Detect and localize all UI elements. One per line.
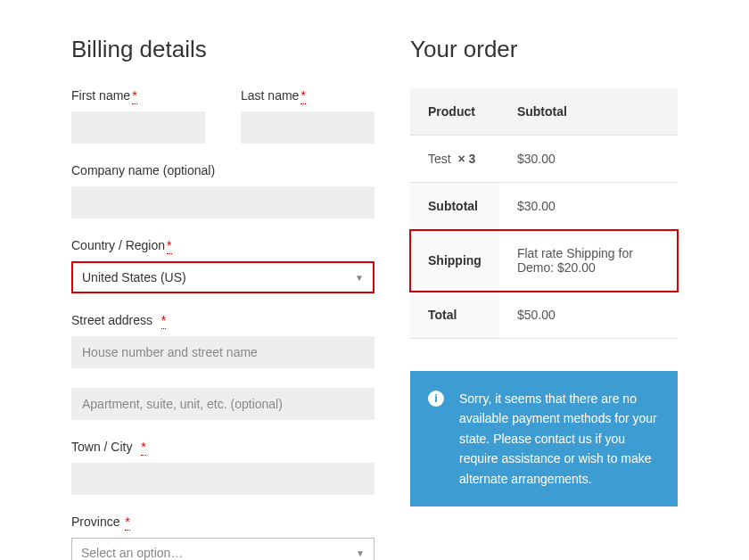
line-item-qty: × 3	[457, 152, 475, 166]
subtotal-value: $30.00	[499, 183, 678, 230]
chevron-down-icon: ▼	[356, 548, 365, 558]
order-table: Product Subtotal Test × 3 $30.00 Subtota…	[410, 88, 678, 339]
street1-input[interactable]	[71, 336, 374, 368]
order-table-header: Product Subtotal	[410, 88, 678, 136]
shipping-row: Shipping Flat rate Shipping for Demo: $2…	[410, 230, 678, 292]
last-name-label: Last name*	[241, 88, 374, 103]
line-item-total: $30.00	[499, 136, 678, 183]
chevron-down-icon: ▼	[355, 273, 364, 283]
notice-message: Sorry, it seems that there are no availa…	[459, 391, 657, 486]
required-mark: *	[132, 88, 136, 104]
province-placeholder: Select an option…	[81, 546, 183, 560]
payment-notice: i Sorry, it seems that there are no avai…	[410, 371, 678, 506]
street-label: Street address *	[71, 313, 374, 327]
subtotal-label: Subtotal	[410, 183, 499, 230]
table-row: Test × 3 $30.00	[410, 136, 678, 183]
country-select[interactable]: United States (US) ▼	[71, 261, 374, 293]
line-item-name: Test × 3	[410, 136, 499, 183]
order-section: Your order Product Subtotal Test × 3 $30…	[410, 36, 678, 560]
order-heading: Your order	[410, 36, 678, 63]
required-mark: *	[167, 238, 171, 254]
product-header: Product	[410, 88, 499, 136]
country-value: United States (US)	[82, 270, 186, 284]
required-mark: *	[161, 313, 166, 329]
required-mark: *	[141, 440, 145, 456]
shipping-value: Flat rate Shipping for Demo: $20.00	[499, 230, 678, 292]
subtotal-header: Subtotal	[499, 88, 678, 136]
billing-heading: Billing details	[71, 36, 374, 63]
province-label: Province *	[71, 515, 374, 529]
table-row: Subtotal $30.00	[410, 183, 678, 230]
required-mark: *	[300, 88, 305, 104]
company-input[interactable]	[71, 186, 374, 218]
total-value: $50.00	[499, 292, 678, 339]
city-label: Town / City *	[71, 440, 374, 454]
shipping-label: Shipping	[410, 230, 499, 292]
street2-input[interactable]	[71, 388, 374, 420]
table-row: Total $50.00	[410, 292, 678, 339]
province-select[interactable]: Select an option… ▼	[71, 538, 374, 560]
city-input[interactable]	[71, 463, 374, 495]
info-icon: i	[428, 391, 444, 407]
first-name-input[interactable]	[71, 111, 205, 144]
country-label: Country / Region*	[71, 238, 374, 252]
last-name-input[interactable]	[241, 111, 374, 144]
first-name-label: First name*	[71, 88, 205, 103]
required-mark: *	[125, 515, 129, 531]
total-label: Total	[410, 292, 499, 339]
company-label: Company name (optional)	[71, 163, 374, 177]
billing-section: Billing details First name* Last name* C…	[71, 36, 374, 560]
